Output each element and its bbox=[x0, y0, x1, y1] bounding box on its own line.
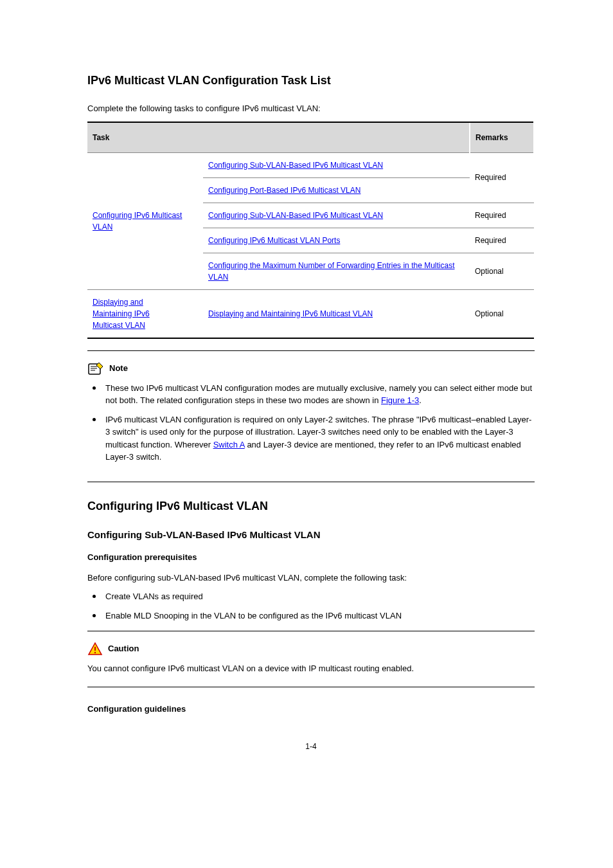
remark-cell: Required bbox=[470, 152, 534, 203]
list-item: Enable MLD Snooping in the VLAN to be co… bbox=[87, 610, 535, 622]
task-link[interactable]: Configuring the Maximum Number of Forwar… bbox=[208, 261, 454, 282]
config-guidelines-heading: Configuration guidelines bbox=[87, 703, 535, 716]
config-prereq-intro: Before configuring sub-VLAN-based IPv6 m… bbox=[87, 572, 535, 584]
remark-cell: Optional bbox=[470, 289, 534, 338]
task-link[interactable]: Configuring Sub-VLAN-Based IPv6 Multicas… bbox=[208, 161, 383, 170]
section-heading-config: Configuring IPv6 Multicast VLAN bbox=[87, 498, 535, 515]
task-group-link[interactable]: Configuring IPv6 Multicast VLAN bbox=[93, 211, 182, 231]
config-prereq-heading: Configuration prerequisites bbox=[87, 551, 535, 564]
remark-cell: Required bbox=[470, 228, 534, 253]
caution-icon bbox=[87, 642, 103, 656]
th-task: Task bbox=[87, 122, 470, 153]
caution-text: You cannot configure IPv6 multicast VLAN… bbox=[87, 662, 535, 675]
task-group-link[interactable]: Displaying and Maintaining IPv6 Multicas… bbox=[93, 298, 150, 330]
remark-cell: Optional bbox=[470, 253, 534, 289]
figure-link[interactable]: Figure 1-3 bbox=[381, 395, 419, 405]
note-text: . bbox=[419, 395, 422, 405]
svg-point-5 bbox=[94, 652, 96, 653]
note-text: These two IPv6 multicast VLAN configurat… bbox=[105, 383, 532, 406]
remark-cell: Required bbox=[470, 203, 534, 228]
list-item: These two IPv6 multicast VLAN configurat… bbox=[87, 382, 535, 407]
caution-label: Caution bbox=[108, 642, 139, 655]
note-icon bbox=[87, 361, 104, 375]
prereq-list: Create VLANs as required Enable MLD Snoo… bbox=[87, 590, 535, 622]
note-label: Note bbox=[109, 362, 128, 375]
task-link[interactable]: Configuring Sub-VLAN-Based IPv6 Multicas… bbox=[208, 211, 383, 220]
caution-callout: Caution You cannot configure IPv6 multic… bbox=[87, 631, 535, 687]
subsection-heading: Configuring Sub-VLAN-Based IPv6 Multicas… bbox=[87, 528, 535, 543]
page-number: 1-4 bbox=[87, 741, 535, 752]
th-remarks: Remarks bbox=[470, 122, 534, 153]
note-list: These two IPv6 multicast VLAN configurat… bbox=[87, 382, 535, 464]
table-row: Displaying and Maintaining IPv6 Multicas… bbox=[87, 289, 534, 338]
note-callout: Note These two IPv6 multicast VLAN confi… bbox=[87, 350, 535, 482]
table-row: Configuring IPv6 Multicast VLAN Configur… bbox=[87, 152, 534, 177]
task-link[interactable]: Displaying and Maintaining IPv6 Multicas… bbox=[208, 309, 373, 318]
inline-link[interactable]: Switch A bbox=[213, 440, 245, 449]
task-table: Task Remarks Configuring IPv6 Multicast … bbox=[87, 122, 535, 339]
section-heading-task-list: IPv6 Multicast VLAN Configuration Task L… bbox=[87, 72, 535, 89]
list-item: IPv6 multicast VLAN configuration is req… bbox=[87, 413, 535, 464]
task-link[interactable]: Configuring Port-Based IPv6 Multicast VL… bbox=[208, 186, 360, 195]
list-item: Create VLANs as required bbox=[87, 590, 535, 603]
table-caption: Complete the following tasks to configur… bbox=[87, 102, 535, 115]
task-link[interactable]: Configuring IPv6 Multicast VLAN Ports bbox=[208, 236, 340, 245]
